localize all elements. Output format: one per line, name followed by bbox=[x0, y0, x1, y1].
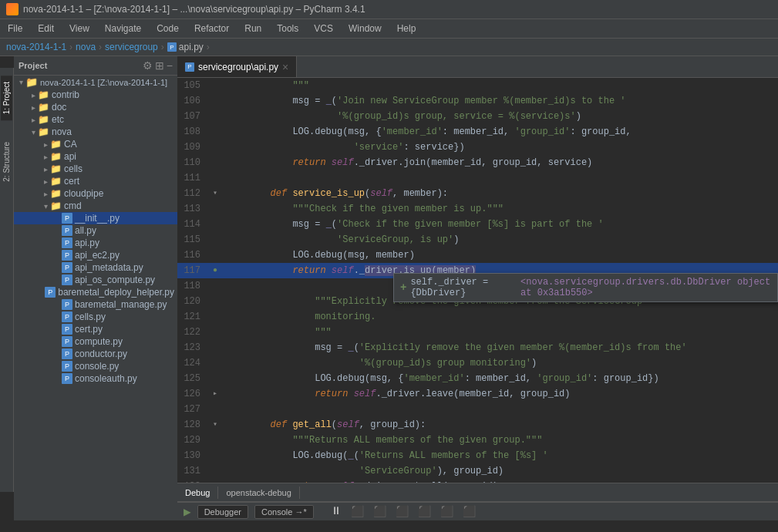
debug-tab[interactable]: Debug bbox=[177, 487, 218, 499]
tree-item-apimetadata[interactable]: P api_metadata.py bbox=[14, 261, 177, 274]
line-code: return self._driver.leave(member_id, gro… bbox=[222, 386, 778, 402]
file-icon: P bbox=[45, 287, 56, 298]
tree-label: compute.py bbox=[75, 336, 123, 347]
tree-item-apipy[interactable]: P api.py bbox=[14, 237, 177, 249]
tree-label: api_metadata.py bbox=[75, 262, 143, 273]
tree-item-init[interactable]: P __init__.py bbox=[14, 212, 177, 224]
editor-tab-apipy[interactable]: P servicegroup\api.py × bbox=[177, 56, 297, 77]
sidebar-tool-collapse[interactable]: − bbox=[167, 59, 173, 72]
tool-step-over[interactable]: ⬛ bbox=[348, 505, 367, 518]
tool-step-into[interactable]: ⬛ bbox=[370, 505, 389, 518]
expand-arrow: ▸ bbox=[44, 190, 48, 198]
menu-window[interactable]: Window bbox=[341, 21, 389, 36]
tree-label: api_ec2.py bbox=[75, 250, 120, 261]
structure-tab[interactable]: 2: Structure bbox=[1, 136, 12, 188]
menu-edit[interactable]: Edit bbox=[30, 21, 62, 36]
line-code: '%(group_id)s group monitoring') bbox=[222, 355, 778, 371]
code-editor[interactable]: 105 """ 106 msg = _('Join new ServiceGro… bbox=[177, 78, 778, 483]
tree-item-consoleauthpy[interactable]: P consoleauth.py bbox=[14, 372, 177, 385]
line-number: 113 bbox=[177, 201, 208, 217]
folder-icon: 📁 bbox=[50, 163, 62, 174]
tree-item-root[interactable]: ▾ 📁 nova-2014-1-1 [Z:\nova-2014-1-1] bbox=[14, 76, 177, 89]
tree-item-api[interactable]: ▸ 📁 api bbox=[14, 150, 177, 163]
sidebar-tool-settings[interactable]: ⚙ bbox=[143, 59, 153, 72]
line-code: LOG.debug(msg, {'member_id': member_id, … bbox=[222, 124, 778, 140]
tree-item-consolepy[interactable]: P console.py bbox=[14, 360, 177, 372]
file-icon: P bbox=[62, 311, 72, 322]
breadcrumb-root[interactable]: nova-2014-1-1 bbox=[6, 42, 66, 52]
status-bar: ▶ Debugger Console →* ⏸ ⬛ ⬛ ⬛ ⬛ ⬛ ⬛ bbox=[177, 502, 778, 520]
file-icon: P bbox=[62, 373, 72, 384]
tool-run-to-cursor[interactable]: ⬛ bbox=[415, 505, 434, 518]
tree-item-cloudpipe[interactable]: ▸ 📁 cloudpipe bbox=[14, 187, 177, 200]
menu-refactor[interactable]: Refactor bbox=[187, 21, 237, 36]
tree-item-apioscompute[interactable]: P api_os_compute.py bbox=[14, 274, 177, 286]
line-number: 105 bbox=[177, 78, 208, 93]
project-tab[interactable]: 1: Project bbox=[1, 76, 12, 120]
tool-step-out[interactable]: ⬛ bbox=[392, 505, 412, 518]
breadcrumb: nova-2014-1-1 › nova › servicegroup › P … bbox=[0, 39, 778, 56]
menu-file[interactable]: File bbox=[0, 21, 30, 36]
expand-arrow: ▸ bbox=[32, 103, 35, 112]
file-icon: P bbox=[167, 42, 177, 52]
sidebar-tool-layout[interactable]: ⊞ bbox=[155, 59, 164, 72]
fold-icon[interactable]: ▾ bbox=[213, 417, 217, 433]
breadcrumb-nova[interactable]: nova bbox=[76, 42, 96, 52]
tree-item-allpy[interactable]: P all.py bbox=[14, 224, 177, 237]
line-code: 'ServiceGroup'), group_id) bbox=[222, 463, 778, 479]
tree-item-contrib[interactable]: ▸ 📁 contrib bbox=[14, 89, 177, 101]
menu-code[interactable]: Code bbox=[149, 21, 187, 36]
sidebar: Project ⚙ ⊞ − ▾ 📁 nova-2014-1-1 [Z:\nova… bbox=[14, 56, 177, 520]
line-gutter: ▸ bbox=[208, 386, 222, 402]
console-button[interactable]: Console →* bbox=[254, 505, 314, 519]
tree-item-baremanage[interactable]: P baremetal_manage.py bbox=[14, 298, 177, 311]
folder-icon: 📁 bbox=[38, 89, 49, 100]
line-code: def get_all(self, group_id): bbox=[222, 417, 778, 433]
tool-frames[interactable]: ⬛ bbox=[460, 505, 479, 518]
tree-label: console.py bbox=[75, 361, 119, 372]
sidebar-header: Project ⚙ ⊞ − bbox=[14, 56, 177, 76]
tree-item-doc[interactable]: ▸ 📁 doc bbox=[14, 101, 177, 113]
line-number: 117 bbox=[177, 263, 208, 278]
code-line-124: 124 '%(group_id)s group monitoring') bbox=[177, 355, 778, 371]
tree-item-apiec2py[interactable]: P api_ec2.py bbox=[14, 249, 177, 261]
folder-icon: 📁 bbox=[50, 188, 62, 199]
tree-item-conductorpy[interactable]: P conductor.py bbox=[14, 348, 177, 360]
menu-navigate[interactable]: Navigate bbox=[97, 21, 149, 36]
menu-vcs[interactable]: VCS bbox=[306, 21, 341, 36]
tree-item-baredeployhelper[interactable]: P baremetal_deploy_helper.py bbox=[14, 286, 177, 298]
tool-evaluate[interactable]: ⬛ bbox=[437, 505, 456, 518]
file-icon: P bbox=[62, 299, 72, 310]
tree-item-cmd[interactable]: ▾ 📁 cmd bbox=[14, 200, 177, 212]
code-line-125: 125 LOG.debug(msg, {'member_id': member_… bbox=[177, 371, 778, 386]
tree-item-nova[interactable]: ▾ 📁 nova bbox=[14, 126, 177, 138]
tree-label: cmd bbox=[64, 200, 82, 211]
tool-pause[interactable]: ⏸ bbox=[328, 505, 345, 518]
tree-item-cells[interactable]: ▸ 📁 cells bbox=[14, 163, 177, 175]
line-code: """ bbox=[222, 325, 778, 340]
menu-run[interactable]: Run bbox=[237, 21, 269, 36]
line-number: 116 bbox=[177, 247, 208, 263]
code-line-130: 130 LOG.debug(_('Returns ALL members of … bbox=[177, 448, 778, 463]
tree-item-cert[interactable]: ▸ 📁 cert bbox=[14, 175, 177, 187]
tree-item-certpy[interactable]: P cert.py bbox=[14, 323, 177, 335]
fold-icon[interactable]: ▸ bbox=[213, 386, 217, 402]
tab-file-icon: P bbox=[185, 62, 194, 72]
tree-item-cellspy[interactable]: P cells.py bbox=[14, 311, 177, 323]
fold-icon[interactable]: ▾ bbox=[213, 186, 217, 201]
menu-tools[interactable]: Tools bbox=[269, 21, 306, 36]
tab-close-btn[interactable]: × bbox=[282, 61, 288, 73]
tree-item-ca[interactable]: ▸ 📁 CA bbox=[14, 138, 177, 150]
tree-label: nova bbox=[52, 126, 72, 137]
tree-item-etc[interactable]: ▸ 📁 etc bbox=[14, 113, 177, 126]
tree-label: baremetal_deploy_helper.py bbox=[58, 287, 174, 298]
debugger-button[interactable]: Debugger bbox=[197, 505, 248, 519]
openstack-debug-tab[interactable]: openstack-debug bbox=[218, 487, 299, 499]
tree-item-computepy[interactable]: P compute.py bbox=[14, 335, 177, 348]
line-code: """Check if the given member is up.""" bbox=[222, 201, 778, 217]
menu-view[interactable]: View bbox=[62, 21, 97, 36]
line-number: 107 bbox=[177, 109, 208, 124]
menu-help[interactable]: Help bbox=[389, 21, 424, 36]
code-line-127: 127 bbox=[177, 402, 778, 417]
breadcrumb-servicegroup[interactable]: servicegroup bbox=[105, 42, 158, 52]
